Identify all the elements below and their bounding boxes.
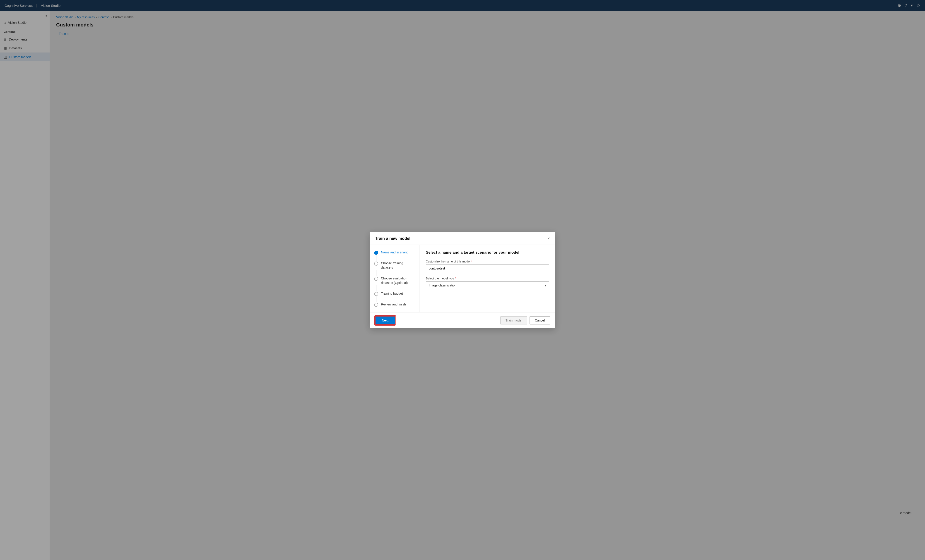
model-name-group: Customize the name of this model * (426, 260, 549, 272)
steps-panel: Name and scenario Choose training datase… (370, 245, 419, 312)
step-connector-4 (376, 296, 377, 302)
model-name-input[interactable] (426, 264, 549, 272)
cancel-button[interactable]: Cancel (530, 316, 550, 324)
step-item-4: Training budget (374, 291, 415, 296)
model-name-label: Customize the name of this model * (426, 260, 549, 263)
step-connector-1 (376, 255, 377, 261)
step-circle-5 (374, 303, 378, 307)
step-circle-1 (374, 251, 378, 255)
step-circle-4 (374, 292, 378, 296)
model-type-select-wrapper: Image classification Object detection Pr… (426, 281, 549, 289)
model-type-select[interactable]: Image classification Object detection Pr… (426, 281, 549, 289)
type-required-star: * (455, 277, 456, 280)
step-label-2: Choose training datasets (381, 261, 415, 270)
step-connector-2 (376, 270, 377, 276)
form-panel: Select a name and a target scenario for … (419, 245, 555, 312)
dialog-close-button[interactable]: × (547, 236, 550, 240)
dialog-header: Train a new model × (370, 232, 555, 245)
dialog: Train a new model × Name and scenario Ch… (370, 232, 555, 328)
step-item-2: Choose training datasets (374, 261, 415, 270)
step-label-3: Choose evaluation datasets (Optional) (381, 276, 415, 285)
modal-overlay: Train a new model × Name and scenario Ch… (0, 0, 925, 560)
dialog-footer: Next Train model Cancel (370, 312, 555, 328)
step-label-4: Training budget (381, 291, 403, 296)
step-circle-2 (374, 261, 378, 266)
step-item-3: Choose evaluation datasets (Optional) (374, 276, 415, 285)
model-type-label: Select the model type * (426, 277, 549, 280)
next-button[interactable]: Next (375, 316, 395, 325)
step-label-1: Name and scenario (381, 250, 408, 255)
step-connector-3 (376, 285, 377, 291)
train-model-button: Train model (500, 316, 527, 324)
model-type-group: Select the model type * Image classifica… (426, 277, 549, 289)
dialog-title: Train a new model (375, 236, 410, 241)
name-required-star: * (472, 260, 473, 263)
step-circle-3 (374, 277, 378, 281)
step-label-5: Review and finish (381, 302, 406, 307)
step-item-5: Review and finish (374, 302, 415, 307)
dialog-body: Name and scenario Choose training datase… (370, 245, 555, 312)
step-item-1: Name and scenario (374, 250, 415, 255)
form-section-title: Select a name and a target scenario for … (426, 250, 549, 255)
